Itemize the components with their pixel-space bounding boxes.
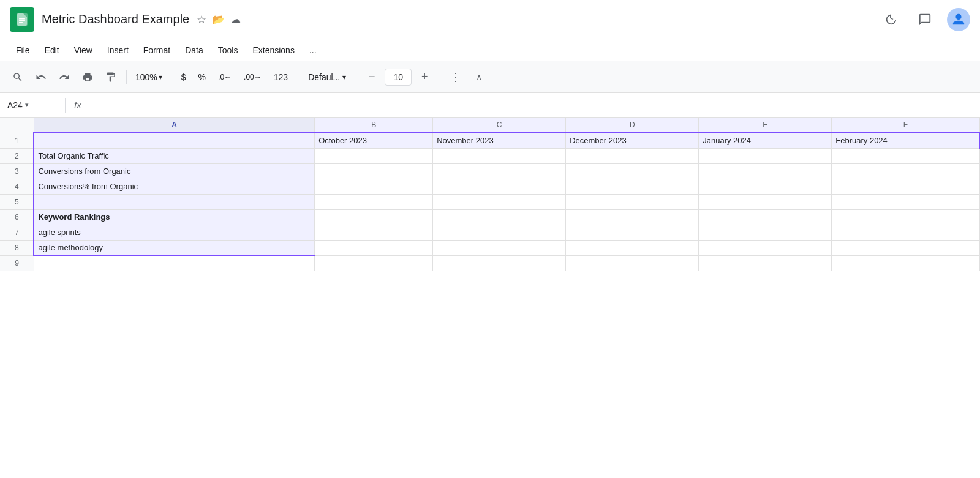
cell-C7[interactable] (433, 225, 566, 240)
col-header-B[interactable]: B (315, 118, 433, 133)
row-num-8[interactable]: 8 (0, 240, 34, 255)
cell-C2[interactable] (433, 148, 566, 163)
menu-file[interactable]: File (10, 43, 36, 58)
cell-C1[interactable]: November 2023 (433, 133, 566, 148)
cell-E6[interactable] (699, 209, 832, 225)
cell-E8[interactable] (699, 240, 832, 255)
cell-E5[interactable] (699, 194, 832, 209)
font-size-plus-button[interactable]: + (414, 67, 435, 88)
cell-D1[interactable]: December 2023 (566, 133, 699, 148)
cell-E9[interactable] (699, 255, 832, 271)
cell-reference-box[interactable]: A24 ▾ (7, 100, 56, 110)
menu-data[interactable]: Data (179, 43, 209, 58)
cell-A5[interactable] (34, 194, 314, 209)
cell-ref-dropdown-icon[interactable]: ▾ (25, 101, 29, 109)
more-options-button[interactable]: ⋮ (445, 67, 466, 88)
collapse-toolbar-button[interactable]: ∧ (469, 67, 489, 88)
redo-button[interactable] (54, 67, 75, 88)
cell-E3[interactable] (699, 163, 832, 179)
cell-D9[interactable] (566, 255, 699, 271)
menu-tools[interactable]: Tools (212, 43, 244, 58)
cell-B6[interactable] (315, 209, 433, 225)
percent-button[interactable]: % (194, 70, 211, 84)
decimal-increase-button[interactable]: .00→ (239, 70, 266, 84)
cell-B9[interactable] (315, 255, 433, 271)
currency-button[interactable]: $ (176, 70, 191, 84)
decimal-decrease-button[interactable]: .0← (213, 70, 236, 84)
cell-B2[interactable] (315, 148, 433, 163)
menu-format[interactable]: Format (137, 43, 176, 58)
user-avatar[interactable] (947, 8, 970, 31)
cell-A2[interactable]: Total Organic Traffic (34, 148, 314, 163)
cell-F4[interactable] (832, 179, 979, 194)
cell-C6[interactable] (433, 209, 566, 225)
row-num-6[interactable]: 6 (0, 209, 34, 225)
print-button[interactable] (77, 67, 98, 88)
cell-E2[interactable] (699, 148, 832, 163)
cell-D6[interactable] (566, 209, 699, 225)
zoom-control[interactable]: 100% ▾ (132, 71, 166, 83)
col-header-A[interactable]: A (34, 118, 314, 133)
col-header-C[interactable]: C (433, 118, 566, 133)
cell-C3[interactable] (433, 163, 566, 179)
cell-A1[interactable] (34, 133, 314, 148)
search-button[interactable] (7, 67, 28, 88)
menu-extensions[interactable]: Extensions (246, 43, 300, 58)
menu-insert[interactable]: Insert (101, 43, 135, 58)
cell-A9[interactable] (34, 255, 314, 271)
cell-E1[interactable]: January 2024 (699, 133, 832, 148)
folder-icon[interactable]: 📂 (213, 13, 225, 25)
font-family-selector[interactable]: Defaul... ▾ (303, 70, 351, 84)
cell-D5[interactable] (566, 194, 699, 209)
cell-E4[interactable] (699, 179, 832, 194)
cell-E7[interactable] (699, 225, 832, 240)
menu-edit[interactable]: Edit (39, 43, 66, 58)
cell-B1[interactable]: October 2023 (315, 133, 433, 148)
row-num-3[interactable]: 3 (0, 163, 34, 179)
cell-C4[interactable] (433, 179, 566, 194)
cell-C8[interactable] (433, 240, 566, 255)
cell-F8[interactable] (832, 240, 979, 255)
row-num-5[interactable]: 5 (0, 194, 34, 209)
cell-B5[interactable] (315, 194, 433, 209)
row-num-9[interactable]: 9 (0, 255, 34, 271)
cell-B8[interactable] (315, 240, 433, 255)
row-num-1[interactable]: 1 (0, 133, 34, 148)
cell-D3[interactable] (566, 163, 699, 179)
cell-D4[interactable] (566, 179, 699, 194)
undo-button[interactable] (31, 67, 51, 88)
cell-A4[interactable]: Conversions% from Organic (34, 179, 314, 194)
menu-view[interactable]: View (68, 43, 99, 58)
menu-more[interactable]: ... (303, 43, 323, 58)
cell-B3[interactable] (315, 163, 433, 179)
comment-icon[interactable] (913, 7, 937, 32)
cell-D8[interactable] (566, 240, 699, 255)
more-formats-button[interactable]: 123 (269, 70, 293, 84)
col-header-E[interactable]: E (699, 118, 832, 133)
cell-F5[interactable] (832, 194, 979, 209)
cell-F6[interactable] (832, 209, 979, 225)
cell-F2[interactable] (832, 148, 979, 163)
cell-C5[interactable] (433, 194, 566, 209)
cloud-icon[interactable]: ☁ (231, 13, 241, 25)
cell-D2[interactable] (566, 148, 699, 163)
cell-F9[interactable] (832, 255, 979, 271)
paint-format-button[interactable] (100, 67, 121, 88)
history-icon[interactable] (878, 7, 903, 32)
row-num-4[interactable]: 4 (0, 179, 34, 194)
cell-A6[interactable]: Keyword Rankings (34, 209, 314, 225)
cell-A3[interactable]: Conversions from Organic (34, 163, 314, 179)
cell-C9[interactable] (433, 255, 566, 271)
cell-A8[interactable]: agile methodology (34, 240, 314, 255)
star-icon[interactable]: ☆ (197, 13, 206, 26)
cell-A7[interactable]: agile sprints (34, 225, 314, 240)
font-size-minus-button[interactable]: − (361, 67, 382, 88)
cell-D7[interactable] (566, 225, 699, 240)
cell-F1[interactable]: February 2024 (832, 133, 979, 148)
font-size-input[interactable]: 10 (385, 69, 412, 86)
cell-F7[interactable] (832, 225, 979, 240)
col-header-D[interactable]: D (566, 118, 699, 133)
cell-B4[interactable] (315, 179, 433, 194)
row-num-7[interactable]: 7 (0, 225, 34, 240)
cell-F3[interactable] (832, 163, 979, 179)
